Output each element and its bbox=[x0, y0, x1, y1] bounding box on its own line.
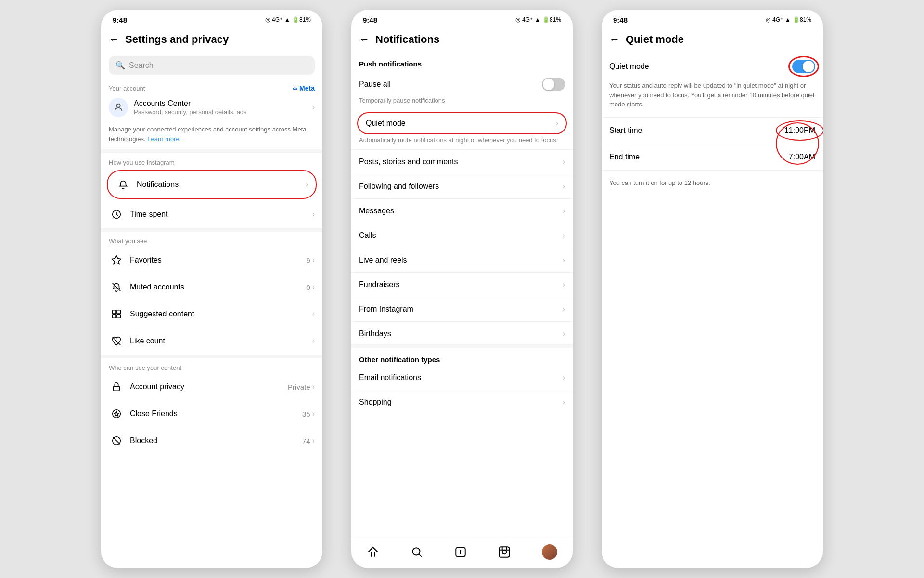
how-you-use-label: How you use Instagram bbox=[101, 153, 322, 168]
reels-icon bbox=[498, 546, 511, 558]
quiet-mode-chevron-icon: › bbox=[556, 119, 558, 128]
svg-rect-7 bbox=[117, 315, 120, 318]
birthdays-item[interactable]: Birthdays › bbox=[351, 324, 573, 344]
following-followers-content: Following and followers bbox=[359, 182, 563, 191]
account-privacy-item[interactable]: Account privacy Private › bbox=[101, 373, 322, 400]
time-spent-chevron-icon: › bbox=[312, 210, 315, 219]
time-spent-icon bbox=[109, 207, 124, 222]
back-button[interactable]: ← bbox=[109, 33, 119, 46]
quiet-mode-subtitle: Automatically mute notifications at nigh… bbox=[351, 136, 573, 147]
network-icon: 4G⁺ bbox=[522, 16, 533, 23]
nav-profile-item[interactable] bbox=[542, 544, 557, 560]
notifications-item-highlighted[interactable]: Notifications › bbox=[107, 170, 317, 199]
battery-icon: 🔋81% bbox=[292, 16, 311, 23]
suggested-content-content: Suggested content bbox=[130, 310, 312, 318]
pause-all-row[interactable]: Pause all bbox=[351, 72, 573, 97]
following-followers-chevron-icon: › bbox=[563, 182, 565, 191]
quiet-mode-title: Quiet mode bbox=[366, 119, 556, 128]
quiet-mode-menu-item[interactable]: Quiet mode › bbox=[358, 113, 566, 133]
quiet-mode-screen: 9:48 ◎ 4G⁺ ▲ 🔋81% ← Quiet mode Quiet mod… bbox=[602, 10, 823, 568]
learn-more-link[interactable]: Learn more bbox=[147, 135, 179, 143]
svg-rect-5 bbox=[117, 310, 120, 314]
page-title: Quiet mode bbox=[626, 33, 684, 46]
shopping-title: Shopping bbox=[359, 398, 563, 407]
time-spent-item[interactable]: Time spent › bbox=[101, 201, 322, 228]
chevron-right-icon: › bbox=[312, 103, 315, 112]
svg-marker-2 bbox=[112, 256, 121, 264]
page-title: Notifications bbox=[375, 33, 439, 46]
account-privacy-content: Account privacy bbox=[130, 382, 288, 391]
posts-stories-content: Posts, stories and comments bbox=[359, 158, 563, 166]
back-button[interactable]: ← bbox=[609, 33, 620, 46]
search-bar[interactable]: 🔍 Search bbox=[109, 56, 315, 75]
nav-home-item[interactable] bbox=[367, 546, 379, 558]
calls-title: Calls bbox=[359, 231, 563, 240]
shopping-item[interactable]: Shopping › bbox=[351, 392, 573, 412]
back-button[interactable]: ← bbox=[359, 33, 370, 46]
nav-add-item[interactable] bbox=[454, 546, 467, 558]
fundraisers-item[interactable]: Fundraisers › bbox=[351, 275, 573, 295]
from-instagram-item[interactable]: From Instagram › bbox=[351, 299, 573, 319]
quiet-mode-toggle-thumb bbox=[803, 61, 814, 72]
muted-accounts-title: Muted accounts bbox=[130, 283, 306, 291]
like-count-item[interactable]: Like count › bbox=[101, 328, 322, 355]
screen-content: Quiet mode Your status and auto-reply wi… bbox=[602, 52, 823, 568]
quiet-mode-content: Quiet mode bbox=[366, 119, 556, 128]
calls-item[interactable]: Calls › bbox=[351, 225, 573, 246]
following-followers-item[interactable]: Following and followers › bbox=[351, 176, 573, 197]
meta-logo: ∞ Meta bbox=[293, 84, 315, 92]
end-time-row[interactable]: End time 7:00AM bbox=[602, 146, 823, 168]
live-reels-item[interactable]: Live and reels › bbox=[351, 250, 573, 270]
blocked-item[interactable]: Blocked 74 › bbox=[101, 427, 322, 454]
close-friends-item[interactable]: Close Friends 35 › bbox=[101, 400, 322, 427]
notifications-menu-item[interactable]: Notifications › bbox=[108, 171, 316, 198]
nav-search-item[interactable] bbox=[411, 546, 423, 558]
what-you-see-label: What you see bbox=[101, 232, 322, 247]
bottom-nav bbox=[351, 538, 573, 568]
blocked-title: Blocked bbox=[130, 436, 302, 445]
suggested-content-item[interactable]: Suggested content › bbox=[101, 301, 322, 328]
status-time: 9:48 bbox=[113, 16, 127, 24]
status-bar: 9:48 ◎ 4G⁺ ▲ 🔋81% bbox=[602, 10, 823, 27]
messages-item[interactable]: Messages › bbox=[351, 201, 573, 221]
status-bar: 9:48 ◎ 4G⁺ ▲ 🔋81% bbox=[101, 10, 322, 27]
blocked-count: 74 bbox=[302, 437, 310, 445]
nav-reels-item[interactable] bbox=[498, 546, 511, 558]
fundraisers-content: Fundraisers bbox=[359, 280, 563, 289]
email-notif-item[interactable]: Email notifications › bbox=[351, 368, 573, 388]
quiet-mode-toggle-row[interactable]: Quiet mode bbox=[602, 52, 823, 81]
following-followers-title: Following and followers bbox=[359, 182, 563, 191]
svg-rect-19 bbox=[499, 547, 510, 557]
svg-rect-9 bbox=[114, 386, 120, 391]
battery-icon: 🔋81% bbox=[542, 16, 561, 23]
calls-content: Calls bbox=[359, 231, 563, 240]
divider-2 bbox=[351, 149, 573, 150]
divider-7 bbox=[351, 272, 573, 273]
svg-rect-4 bbox=[113, 310, 116, 314]
divider-4 bbox=[351, 198, 573, 199]
status-time: 9:48 bbox=[363, 16, 377, 24]
divider-8 bbox=[351, 297, 573, 297]
pause-all-toggle[interactable] bbox=[542, 78, 565, 91]
quiet-mode-highlighted-row[interactable]: Quiet mode › bbox=[357, 112, 567, 134]
posts-stories-item[interactable]: Posts, stories and comments › bbox=[351, 152, 573, 172]
live-reels-content: Live and reels bbox=[359, 256, 563, 264]
start-time-row[interactable]: Start time 11:00PM bbox=[602, 119, 823, 142]
favorites-item[interactable]: Favorites 9 › bbox=[101, 247, 322, 274]
status-icons: ◎ 4G⁺ ▲ 🔋81% bbox=[265, 16, 311, 23]
add-icon bbox=[454, 546, 467, 558]
like-count-icon bbox=[109, 333, 124, 349]
pause-all-label: Pause all bbox=[359, 80, 391, 89]
notifications-content: Notifications bbox=[137, 180, 306, 189]
muted-accounts-item[interactable]: Muted accounts 0 › bbox=[101, 274, 322, 301]
birthdays-chevron-icon: › bbox=[563, 329, 565, 338]
accounts-center-item[interactable]: Accounts Center Password, security, pers… bbox=[101, 92, 322, 123]
pause-all-toggle-track[interactable] bbox=[542, 78, 565, 91]
quiet-mode-toggle-track[interactable] bbox=[792, 60, 815, 73]
quiet-mode-toggle[interactable] bbox=[792, 60, 815, 73]
screen-content: 🔍 Search Your account ∞ Meta Accounts Ce… bbox=[101, 52, 322, 568]
home-icon bbox=[367, 546, 379, 558]
close-friends-count: 35 bbox=[302, 410, 310, 418]
email-notif-content: Email notifications bbox=[359, 373, 563, 382]
close-friends-icon bbox=[109, 406, 124, 421]
